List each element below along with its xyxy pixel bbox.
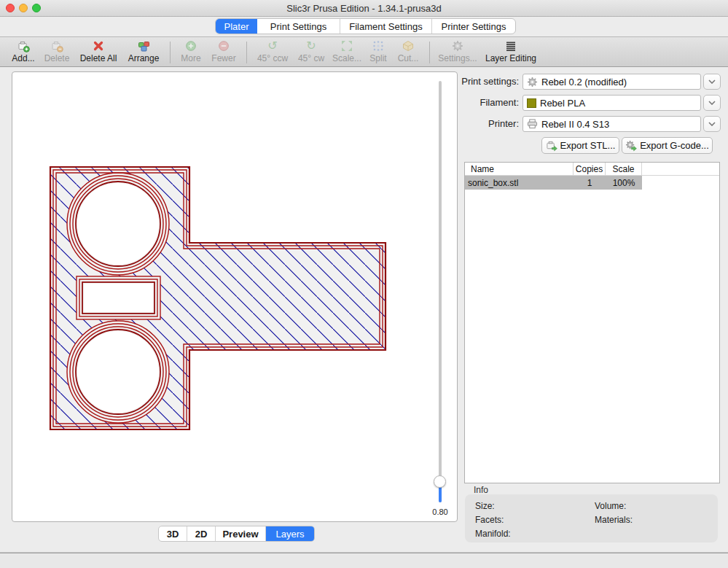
column-header-scale[interactable]: Scale — [606, 163, 642, 175]
layer-editing-icon — [506, 39, 516, 52]
export-gcode-label: Export G-code... — [640, 140, 709, 151]
title-bar: Slic3r Prusa Edition - 1.34.1-prusa3d — [0, 0, 728, 17]
delete-label: Delete — [44, 53, 70, 63]
delete-all-button[interactable]: Delete All — [74, 39, 122, 66]
layer-slice-drawing — [12, 72, 457, 521]
rotate-45-cw-button[interactable]: ↻ 45° cw — [293, 39, 329, 66]
app-window: Slic3r Prusa Edition - 1.34.1-prusa3d Pl… — [0, 0, 728, 568]
export-stl-icon — [546, 140, 557, 152]
column-header-copies[interactable]: Copies — [574, 163, 606, 175]
info-materials-label: Materials: — [595, 515, 633, 525]
fewer-icon — [218, 39, 230, 52]
layer-editing-button[interactable]: Layer Editing — [480, 39, 541, 66]
delete-button[interactable]: Delete — [39, 39, 74, 66]
printer-value: Rebel II 0.4 S13 — [541, 119, 609, 130]
arrange-button[interactable]: Arrange — [122, 39, 165, 66]
export-stl-label: Export STL... — [560, 140, 616, 151]
filament-dropdown-button[interactable] — [703, 95, 721, 111]
rotate-ccw-icon: ↺ — [267, 39, 277, 52]
info-section-title: Info — [474, 485, 488, 495]
delete-all-icon — [93, 39, 104, 52]
filament-color-swatch — [527, 98, 536, 108]
printer-dropdown-button[interactable] — [703, 116, 721, 132]
toolbar-separator — [170, 42, 171, 63]
add-icon — [17, 39, 30, 52]
tab-print-settings[interactable]: Print Settings — [257, 19, 340, 34]
object-name-cell: sonic_box.stl — [465, 178, 574, 188]
layer-slider-thumb[interactable] — [434, 475, 446, 488]
gear-icon — [527, 77, 538, 87]
cut-button[interactable]: Cut... — [392, 39, 424, 66]
add-label: Add... — [12, 53, 34, 63]
filament-value: Rebel PLA — [540, 98, 585, 109]
arrange-icon — [138, 39, 150, 52]
print-settings-label: Print settings: — [461, 76, 519, 87]
info-manifold-label: Manifold: — [475, 529, 511, 539]
chevron-down-icon — [708, 122, 716, 126]
column-header-empty — [642, 163, 719, 175]
filament-combo[interactable]: Rebel PLA — [522, 95, 701, 111]
arrange-label: Arrange — [128, 53, 160, 63]
tab-filament-settings[interactable]: Filament Settings — [340, 19, 432, 34]
filament-label: Filament: — [480, 97, 519, 108]
rotate-cw-label: 45° cw — [298, 53, 324, 63]
cut-label: Cut... — [398, 53, 419, 63]
split-label: Split — [369, 53, 386, 63]
rotate-45-ccw-button[interactable]: ↺ 45° ccw — [252, 39, 293, 66]
info-volume-label: Volume: — [595, 501, 626, 511]
more-button[interactable]: More — [176, 39, 206, 66]
tab-printer-settings[interactable]: Printer Settings — [432, 19, 515, 34]
scale-icon — [341, 39, 353, 52]
delete-all-label: Delete All — [80, 53, 117, 63]
split-button[interactable]: Split — [364, 39, 392, 66]
status-bar — [0, 553, 728, 568]
chevron-down-icon — [708, 101, 716, 105]
column-header-name[interactable]: Name — [465, 163, 574, 175]
plater-toolbar: Add... Delete Delete All Arrange More — [0, 36, 728, 67]
object-copies-cell: 1 — [574, 178, 606, 188]
rotate-ccw-label: 45° ccw — [257, 53, 288, 63]
print-settings-value: Rebel 0.2 (modified) — [541, 77, 627, 87]
printer-combo[interactable]: Rebel II 0.4 S13 — [522, 116, 701, 132]
view-tab-layers[interactable]: Layers — [266, 526, 314, 541]
tab-plater[interactable]: Plater — [216, 19, 257, 34]
view-tab-3d[interactable]: 3D — [159, 526, 187, 541]
settings-button[interactable]: Settings... — [435, 39, 480, 66]
table-row[interactable]: sonic_box.stl 1 100% — [465, 176, 719, 190]
rotate-cw-icon: ↻ — [306, 39, 316, 52]
scale-button[interactable]: Scale... — [329, 39, 364, 66]
gear-icon — [452, 39, 463, 52]
layer-slider-track[interactable] — [439, 81, 442, 502]
chevron-down-icon — [708, 79, 716, 84]
object-scale-cell: 100% — [606, 178, 642, 188]
info-facets-label: Facets: — [475, 515, 504, 525]
printer-label: Printer: — [488, 118, 519, 129]
scale-label: Scale... — [332, 53, 361, 63]
print-settings-combo[interactable]: Rebel 0.2 (modified) — [522, 74, 701, 90]
fewer-label: Fewer — [211, 53, 235, 63]
layers-canvas[interactable]: 0.80 — [12, 71, 458, 522]
layer-slider-value: 0.80 — [426, 507, 455, 516]
settings-label: Settings... — [438, 53, 477, 63]
split-icon — [372, 39, 384, 52]
print-settings-dropdown-button[interactable] — [703, 74, 721, 90]
toolbar-separator — [246, 42, 247, 63]
export-stl-button[interactable]: Export STL... — [541, 137, 619, 154]
layer-editing-label: Layer Editing — [485, 53, 536, 63]
object-list-header: Name Copies Scale — [465, 163, 719, 176]
window-title: Slic3r Prusa Edition - 1.34.1-prusa3d — [0, 3, 728, 14]
info-size-label: Size: — [475, 501, 495, 511]
export-gcode-button[interactable]: Export G-code... — [622, 137, 713, 154]
more-icon — [185, 39, 197, 52]
add-button[interactable]: Add... — [7, 39, 39, 66]
view-tab-2d[interactable]: 2D — [187, 526, 216, 541]
more-label: More — [181, 53, 200, 63]
delete-icon — [51, 39, 63, 52]
object-list[interactable]: Name Copies Scale sonic_box.stl 1 100% — [464, 162, 720, 483]
toolbar-separator — [429, 42, 430, 63]
view-tab-preview[interactable]: Preview — [216, 526, 266, 541]
info-box: Size: Volume: Facets: Materials: Manifol… — [465, 494, 718, 542]
fewer-button[interactable]: Fewer — [206, 39, 241, 66]
export-gcode-icon — [625, 140, 637, 152]
main-tab-bar: Plater Print Settings Filament Settings … — [215, 18, 516, 34]
